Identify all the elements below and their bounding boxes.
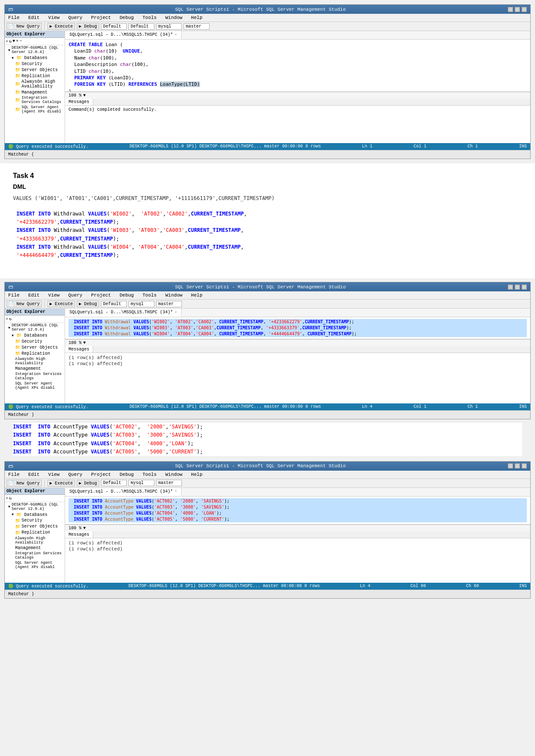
default-dropdown-3[interactable]: Default	[101, 301, 127, 307]
minimize-button-2[interactable]: ─	[508, 284, 513, 290]
debug-button-4[interactable]: ▶ Debug	[77, 480, 99, 487]
close-button[interactable]: ×	[522, 7, 527, 12]
menu-window-4[interactable]: Window	[163, 472, 184, 478]
menu-file-2[interactable]: File	[6, 292, 21, 298]
connect-icon-2[interactable]: ⚡	[6, 316, 8, 322]
integration-node-4[interactable]: Integration Services Catalogs	[5, 551, 65, 560]
menu-query-4[interactable]: Query	[66, 472, 84, 478]
mysql-dropdown[interactable]: mysql	[156, 23, 182, 30]
code-editor-1[interactable]: CREATE TABLE Loan ( LoanID char(10) UNIQ…	[65, 40, 530, 91]
menu-view-4[interactable]: View	[47, 472, 61, 478]
replication-node[interactable]: 📁 Replication	[5, 73, 65, 79]
menu-view-2[interactable]: View	[47, 292, 61, 298]
databases-node[interactable]: ▼ 📁 Databases	[5, 55, 65, 61]
execute-button-2[interactable]: ▶ Execute	[47, 300, 75, 307]
default-dropdown-1[interactable]: Default	[101, 23, 127, 30]
server-node[interactable]: ▼ DESKTOP-6G6MGLS (SQL Server 12.0.4)	[5, 45, 65, 55]
query-tab-2[interactable]: SQLQuery1.sql - D...\MSSQL15.THSPC (34)*…	[65, 309, 181, 317]
menu-edit[interactable]: Edit	[26, 15, 41, 21]
execute-button-4[interactable]: ▶ Execute	[47, 480, 75, 487]
messages-tab-4[interactable]: Messages	[65, 531, 93, 538]
management-node-4[interactable]: Management	[5, 545, 65, 551]
messages-tab-1[interactable]: Messages	[65, 99, 93, 105]
menu-project-4[interactable]: Project	[89, 472, 113, 478]
query-tab-1[interactable]: SQLQuery1.sql - D...\MSSQL15.THSPC (34)*…	[65, 31, 181, 39]
menu-help-2[interactable]: Help	[189, 292, 204, 298]
menu-edit-4[interactable]: Edit	[26, 472, 41, 478]
menu-debug-2[interactable]: Debug	[118, 292, 135, 298]
menu-query-2[interactable]: Query	[66, 292, 84, 298]
server-node-2[interactable]: ▼ DESKTOP-6G6MGLS (SQL Server 12.0.4)	[5, 323, 65, 332]
zoom-arrow-4[interactable]: ▼	[83, 526, 86, 531]
sqlagent-node-4[interactable]: SQL Server Agent (Agent XPs disabl	[5, 560, 65, 570]
menu-help[interactable]: Help	[189, 15, 204, 21]
master-dropdown-4[interactable]: master	[156, 480, 182, 486]
security-node-4[interactable]: 📁 Security	[5, 518, 65, 524]
management-node[interactable]: 📁 Management	[5, 89, 65, 95]
menu-edit-2[interactable]: Edit	[26, 292, 41, 298]
sqlagent-node[interactable]: 📁 SQL Server Agent (Agent XPs disabl	[5, 105, 65, 114]
refresh-icon-4[interactable]: ↻	[9, 496, 12, 501]
maximize-button-4[interactable]: □	[515, 463, 520, 469]
connect-icon[interactable]: ⚡	[6, 39, 8, 44]
master-dropdown-2[interactable]: master	[156, 301, 182, 307]
replication-node-4[interactable]: 📁 Replication	[5, 530, 65, 536]
close-button-2[interactable]: ×	[522, 284, 527, 290]
messages-tab-2[interactable]: Messages	[65, 346, 93, 353]
default-dropdown-4[interactable]: Default	[101, 480, 127, 486]
alwayson-node-4[interactable]: AlwaysOn High Availability	[5, 536, 65, 545]
query-tab-4[interactable]: SQLQuery1.sql - D...\MSSQL15.THSPC (34)*…	[65, 488, 181, 496]
default-dropdown-2[interactable]: Default	[128, 23, 154, 30]
debug-button[interactable]: ▶ Debug	[77, 23, 99, 30]
server-objects-node[interactable]: 📁 Server Objects	[5, 67, 65, 73]
connect-icon-4[interactable]: ⚡	[6, 496, 8, 501]
replication-node-2[interactable]: 📁 Replication	[5, 350, 65, 356]
sqlagent-node-2[interactable]: SQL Server Agent (Agent XPs disabl	[5, 381, 65, 390]
minimize-button[interactable]: ─	[508, 7, 513, 12]
refresh-icon[interactable]: ↻	[9, 39, 12, 44]
maximize-button-2[interactable]: □	[515, 284, 520, 290]
minimize-button-4[interactable]: ─	[508, 463, 513, 469]
server-objects-node-2[interactable]: 📁 Server Objects	[5, 344, 65, 350]
zoom-arrow-2[interactable]: ▼	[83, 341, 86, 345]
databases-node-4[interactable]: ▼ 📁 Databases	[5, 512, 65, 518]
menu-help-4[interactable]: Help	[189, 472, 204, 478]
zoom-arrow[interactable]: ▼	[83, 93, 86, 98]
collapse-icon[interactable]: −	[19, 39, 22, 44]
new-query-button-2[interactable]: 📄 New Query	[6, 300, 42, 307]
security-node-2[interactable]: 📁 Security	[5, 338, 65, 344]
menu-file-4[interactable]: File	[6, 472, 21, 478]
menu-debug[interactable]: Debug	[118, 15, 135, 21]
menu-window[interactable]: Window	[163, 15, 184, 21]
tab-close-4[interactable]: ×	[175, 489, 177, 494]
menu-file[interactable]: File	[6, 15, 21, 21]
alwayson-node[interactable]: 📁 AlwaysOn High Availability	[5, 79, 65, 89]
menu-window-2[interactable]: Window	[163, 292, 184, 298]
new-query-button[interactable]: 📄 New Query	[6, 23, 42, 30]
menu-tools-2[interactable]: Tools	[141, 292, 158, 298]
execute-button[interactable]: ▶ Execute	[47, 23, 75, 30]
mysql-dropdown-2[interactable]: mysql	[128, 301, 154, 307]
filter-icon[interactable]: ▼	[13, 39, 15, 44]
code-editor-2[interactable]: INSERT INTO Withdrawal VALUES('WI002', '…	[65, 317, 530, 339]
menu-tools[interactable]: Tools	[141, 15, 158, 21]
integration-node[interactable]: 📁 Integration Services Catalogs	[5, 95, 65, 105]
tab-close-1[interactable]: ×	[175, 33, 177, 37]
expand-icon[interactable]: +	[16, 39, 19, 44]
new-query-button-4[interactable]: 📄 New Query	[6, 480, 42, 487]
server-node-4[interactable]: ▼ DESKTOP-6G6MGLS (SQL Server 12.0.4)	[5, 502, 65, 512]
maximize-button[interactable]: □	[515, 7, 520, 12]
menu-project-2[interactable]: Project	[89, 292, 113, 298]
alwayson-node-2[interactable]: AlwaysOn High Availability	[5, 356, 65, 366]
integration-node-2[interactable]: Integration Services Catalogs	[5, 372, 65, 381]
menu-query[interactable]: Query	[66, 15, 84, 21]
close-button-4[interactable]: ×	[522, 463, 527, 469]
menu-project[interactable]: Project	[89, 15, 113, 21]
menu-tools-4[interactable]: Tools	[141, 472, 158, 478]
code-editor-4[interactable]: INSERT INTO AccountType VALUES('ACT002',…	[65, 497, 530, 524]
menu-debug-4[interactable]: Debug	[118, 472, 135, 478]
tab-close-2[interactable]: ×	[175, 310, 177, 315]
management-node-2[interactable]: Management	[5, 366, 65, 372]
menu-view[interactable]: View	[47, 15, 61, 21]
master-dropdown[interactable]: master	[184, 23, 210, 30]
